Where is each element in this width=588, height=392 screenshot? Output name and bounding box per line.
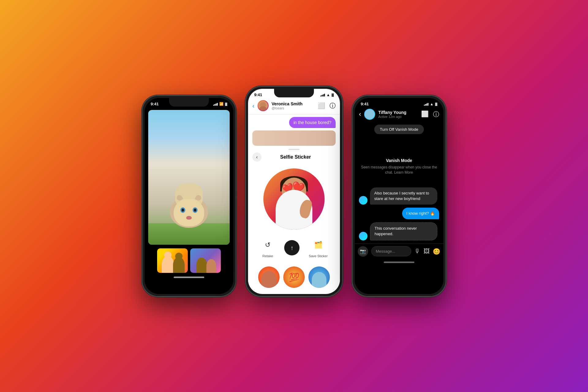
msg-bubble-2: I know right? 🔥 [402, 208, 439, 219]
signal-icon-1 [213, 103, 218, 106]
info-icon-3[interactable]: ⓘ [433, 110, 439, 119]
msg-row-3: This conversation never happened. [359, 222, 439, 240]
battery-icon-2: ▓ [332, 93, 334, 96]
thumb2-person2 [206, 259, 216, 273]
drag-handle [288, 149, 300, 150]
signal-icon-2 [320, 93, 325, 96]
video-call-icon-2[interactable]: ⬜ [318, 102, 325, 109]
sticker-thumb-2-inner: 💯 [283, 266, 305, 288]
phone-3-screen: 9:41 ▲ ▓ ‹ [355, 98, 443, 294]
msg-avatar-1 [359, 196, 368, 205]
info-icon-2[interactable]: ⓘ [330, 102, 336, 110]
vanish-toggle-btn[interactable]: Turn Off Vanish Mode [374, 125, 424, 134]
status-icons-3: ▲ ▓ [424, 102, 437, 106]
thumb-person-s1 [261, 271, 277, 288]
thumb2-person [196, 258, 207, 273]
chat-actions-2: ⬜ ⓘ [318, 102, 336, 110]
gif-preview-bg [252, 130, 336, 146]
lion-nose [186, 216, 192, 220]
photo-area[interactable] [148, 110, 230, 245]
sticker-row: 💯 [248, 263, 340, 292]
chat-name-2: Veronica Smith [272, 101, 315, 106]
lion-body [174, 183, 204, 226]
battery-icon-3: ▓ [435, 102, 437, 106]
home-indicator-3 [384, 262, 414, 263]
chat-header-2: ‹ Veronica Smith @loears ⬜ ⓘ [248, 98, 340, 115]
wifi-icon-3: ▲ [430, 102, 434, 106]
notch-3 [379, 98, 419, 107]
status-icons-1: 📶 ▓ [213, 102, 227, 106]
mic-icon-3[interactable]: 🎙 [414, 248, 420, 255]
battery-icon-1: ▓ [225, 102, 227, 106]
retake-icon: ↺ [260, 238, 275, 252]
save-sticker-action[interactable]: 🗂️ Save Sticker [309, 238, 328, 258]
camera-button-3[interactable]: 📷 [358, 246, 368, 257]
time-3: 9:41 [361, 102, 369, 106]
selfie-sticker-image: ❤️ ❤️ [263, 168, 325, 230]
phone-2-screen: 9:41 ▲ ▓ ‹ [248, 89, 340, 294]
sticker-thumb-1[interactable] [258, 266, 280, 288]
wifi-icon-2: ▲ [326, 93, 330, 97]
chat-username-2: @loears [272, 106, 315, 110]
msg-row-2: I know right? 🔥 [359, 208, 439, 219]
msg-avatar-3 [359, 232, 368, 240]
msg-bubble-3: This conversation never happened. [370, 222, 437, 240]
avatar-body-2 [259, 106, 267, 111]
phone-1: 9:41 📶 ▓ [141, 95, 236, 297]
save-sticker-label: Save Sticker [309, 254, 328, 258]
gif-preview [252, 130, 336, 146]
back-button-sticker[interactable]: ‹ [252, 153, 262, 162]
sticker-person: ❤️ ❤️ [270, 175, 318, 230]
notch-1 [169, 98, 209, 107]
thumbnail-2[interactable] [190, 248, 221, 273]
message-area-2: in the house bored? [252, 117, 336, 128]
msg-input-bar-3: 📷 Message... 🎙 🖼 😊 [355, 243, 443, 260]
video-call-icon-3[interactable]: ⬜ [421, 110, 429, 119]
chat-actions-3: ⬜ ⓘ [421, 110, 439, 119]
wifi-icon-1: 📶 [219, 102, 224, 106]
sticker-thumb-3[interactable] [308, 266, 330, 288]
sticker-thumb-1-inner [258, 266, 280, 288]
photo-thumbnails [148, 248, 230, 273]
msg-bubble-1: Also because I secretly want to stare at… [370, 187, 437, 205]
lion-eye-left [180, 207, 185, 213]
chat-header-3: ‹ Tiffany Young Active 12m ago ⬜ ⓘ [355, 107, 443, 122]
sticker-thumb-3-inner [308, 266, 330, 288]
phones-container: 9:41 📶 ▓ [141, 90, 447, 302]
thumb-person-1 [162, 256, 174, 273]
home-indicator-1 [174, 277, 204, 278]
vanish-toggle: Turn Off Vanish Mode [355, 122, 443, 137]
chat-messages-3: Vanish Mode Seen messages disappear when… [355, 137, 443, 243]
vanish-mode-desc: Seen messages disappear when you close t… [359, 165, 439, 175]
phone-2: 9:41 ▲ ▓ ‹ [245, 86, 343, 297]
lion-head [174, 199, 204, 226]
chat-name-3: Tiffany Young [378, 110, 418, 115]
chat-avatar-inner-2 [258, 101, 268, 111]
thumb-person-2 [173, 257, 185, 273]
retake-label: Retake [262, 254, 273, 258]
selfie-sticker-section: ‹ Selfie Sticker ❤️ ❤️ [248, 149, 340, 292]
sticker-thumb-2[interactable]: 💯 [283, 266, 305, 288]
bubble-purple: in the house bored? [289, 117, 336, 128]
time-2: 9:41 [254, 92, 262, 97]
message-input-3[interactable]: Message... [371, 246, 411, 256]
gif-icon-3[interactable]: 😊 [433, 248, 440, 255]
sticker-icon-3[interactable]: 🖼 [424, 248, 430, 255]
signal-icon-3 [424, 103, 428, 106]
thumbnail-1[interactable] [157, 248, 188, 273]
phone-1-screen: 9:41 📶 ▓ [145, 98, 233, 294]
phone-3: 9:41 ▲ ▓ ‹ [352, 95, 447, 297]
lion-mane [170, 196, 208, 228]
time-1: 9:41 [151, 102, 159, 106]
back-button-3[interactable]: ‹ [359, 110, 361, 118]
back-button-2[interactable]: ‹ [252, 102, 254, 109]
msg-row-1: Also because I secretly want to stare at… [359, 187, 439, 205]
chat-name-area-2: Veronica Smith @loears [272, 101, 315, 110]
vanish-mode-title: Vanish Mode [359, 158, 439, 163]
save-icon: 🗂️ [311, 238, 326, 252]
retake-action[interactable]: ↺ Retake [260, 238, 275, 258]
vanish-mode-info: Vanish Mode Seen messages disappear when… [359, 158, 439, 175]
chat-avatar-3[interactable] [364, 109, 375, 120]
chat-avatar-2[interactable] [258, 100, 269, 111]
upload-action[interactable]: ↑ [284, 240, 300, 255]
